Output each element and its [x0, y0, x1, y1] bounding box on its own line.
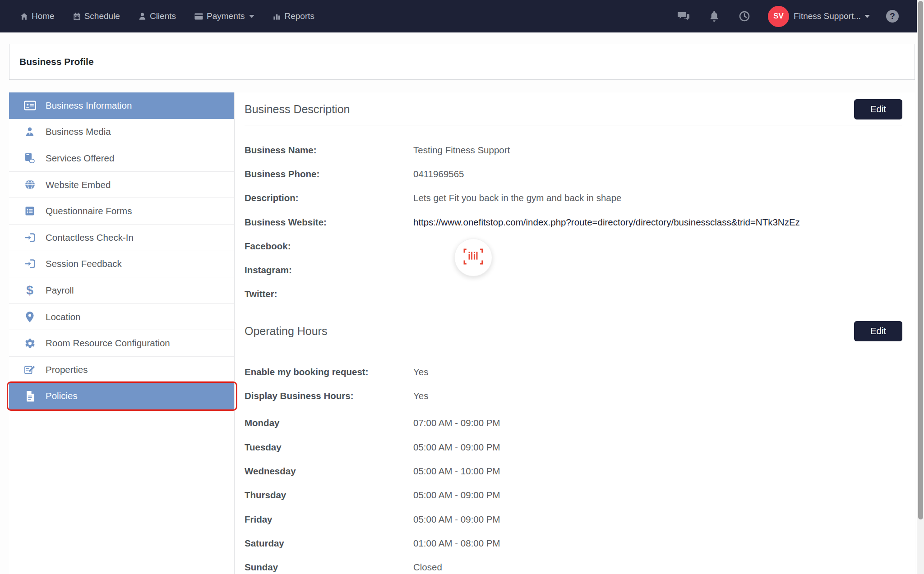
edit-icon [22, 364, 37, 375]
day-hours: 05:00 AM - 10:00 PM [413, 466, 500, 477]
calendar-icon [73, 12, 81, 21]
day-hours: 05:00 AM - 09:00 PM [413, 442, 500, 453]
id-card-icon [22, 100, 37, 111]
sidebar-item-services-offered[interactable]: Services Offered [9, 145, 234, 172]
sidebar-item-location[interactable]: Location [9, 304, 234, 331]
sidebar-item-business-information[interactable]: Business Information [9, 92, 234, 119]
divider [245, 347, 902, 347]
field-row-twitter: Twitter: [245, 282, 902, 306]
sidebar-item-session-feedback[interactable]: Session Feedback [9, 251, 234, 278]
day-label: Thursday [245, 490, 413, 501]
field-row-business-website: Business Website: https://www.onefitstop… [245, 210, 902, 234]
globe-icon [22, 179, 37, 190]
field-value: Yes [413, 390, 428, 401]
field-row-display-hours: Display Business Hours: Yes [245, 384, 902, 408]
sidebar-item-questionnaire-forms[interactable]: Questionnaire Forms [9, 198, 234, 225]
nav-item-home[interactable]: Home [20, 11, 55, 21]
sidebar-item-contactless-check-in[interactable]: Contactless Check-In [9, 225, 234, 251]
nav-item-reports[interactable]: Reports [273, 11, 314, 21]
sign-in-icon [22, 232, 37, 243]
divider [245, 125, 902, 125]
settings-sidebar: Business Information Business Media Serv… [9, 92, 235, 574]
field-label: Description: [245, 193, 413, 203]
day-hours: 07:00 AM - 09:00 PM [413, 418, 500, 428]
day-label: Wednesday [245, 466, 413, 477]
vertical-scrollbar [917, 0, 924, 574]
gear-icon [22, 338, 37, 349]
bell-icon[interactable] [709, 11, 719, 22]
page-body: Business Profile Business Information Bu… [0, 32, 924, 574]
file-icon [22, 390, 37, 402]
chat-icon[interactable] [678, 11, 689, 22]
sidebar-item-label: Services Offered [46, 153, 114, 164]
day-row-monday: Monday 07:00 AM - 09:00 PM [245, 411, 902, 435]
account-name[interactable]: Fitness Support... [794, 11, 861, 21]
sidebar-item-website-embed[interactable]: Website Embed [9, 172, 234, 198]
page-title: Business Profile [19, 56, 94, 67]
field-label: Facebook: [245, 241, 413, 252]
field-row-business-name: Business Name: Testing Fitness Support [245, 138, 902, 162]
field-row-enable-booking: Enable my booking request: Yes [245, 360, 902, 384]
map-marker-icon [22, 311, 37, 323]
nav-item-clients[interactable]: Clients [138, 11, 176, 21]
field-label: Display Business Hours: [245, 390, 413, 401]
chevron-down-icon[interactable] [864, 15, 870, 18]
sidebar-item-label: Properties [46, 364, 88, 375]
scrollbar-thumb[interactable] [918, 1, 923, 519]
dollar-icon: $ [22, 284, 37, 297]
services-icon [22, 152, 37, 164]
user-icon [22, 126, 37, 137]
payments-icon [194, 12, 203, 21]
business-description-header: Business Description Edit [245, 99, 902, 119]
edit-business-description-button[interactable]: Edit [854, 99, 902, 119]
field-label: Instagram: [245, 265, 413, 276]
field-value: Testing Fitness Support [413, 145, 510, 156]
edit-operating-hours-button[interactable]: Edit [854, 321, 902, 341]
screen: Home Schedule Clients Payments [0, 0, 924, 574]
sidebar-item-business-media[interactable]: Business Media [9, 119, 234, 146]
main-menu: Home Schedule Clients Payments [20, 11, 314, 21]
sidebar-item-label: Room Resource Configuration [46, 338, 170, 349]
nav-item-payments[interactable]: Payments [194, 11, 254, 21]
day-hours: 05:00 AM - 09:00 PM [413, 514, 500, 525]
barcode-scan-icon [463, 248, 484, 266]
help-icon[interactable]: ? [886, 10, 899, 23]
sidebar-item-label: Website Embed [46, 179, 111, 190]
page-title-card: Business Profile [9, 44, 915, 80]
day-label: Saturday [245, 538, 413, 549]
chevron-down-icon [249, 15, 254, 18]
field-row-facebook: Facebook: [245, 234, 902, 258]
clock-icon[interactable] [739, 11, 750, 22]
business-website-link[interactable]: https://www.onefitstop.com/index.php?rou… [413, 217, 800, 228]
field-value: 0411969565 [413, 169, 464, 179]
reports-icon [273, 12, 281, 21]
barcode-scan-button[interactable] [454, 239, 492, 276]
day-row-thursday: Thursday 05:00 AM - 09:00 PM [245, 483, 902, 507]
day-hours: 01:00 AM - 08:00 PM [413, 538, 500, 549]
navbar-tools: SV Fitness Support... ? [658, 6, 899, 27]
sidebar-item-properties[interactable]: Properties [9, 357, 234, 383]
sidebar-item-payroll[interactable]: $ Payroll [9, 277, 234, 304]
sidebar-item-policies[interactable]: Policies [9, 383, 234, 410]
content-card: Business Information Business Media Serv… [9, 92, 915, 574]
business-description-fields: Business Name: Testing Fitness Support B… [245, 138, 902, 306]
avatar[interactable]: SV [768, 6, 789, 27]
day-row-saturday: Saturday 01:00 AM - 08:00 PM [245, 531, 902, 555]
home-icon [20, 12, 28, 21]
field-label: Enable my booking request: [245, 367, 413, 377]
sidebar-item-label: Business Media [46, 126, 111, 137]
sidebar-item-label: Questionnaire Forms [46, 206, 132, 216]
nav-item-schedule[interactable]: Schedule [73, 11, 120, 21]
day-row-tuesday: Tuesday 05:00 AM - 09:00 PM [245, 435, 902, 459]
day-row-friday: Friday 05:00 AM - 09:00 PM [245, 507, 902, 531]
operating-hours-header: Operating Hours Edit [245, 321, 902, 341]
day-hours: 05:00 AM - 09:00 PM [413, 490, 500, 501]
sidebar-item-room-resource-configuration[interactable]: Room Resource Configuration [9, 330, 234, 357]
field-label: Business Website: [245, 217, 413, 228]
field-value: Yes [413, 367, 428, 377]
nav-label: Clients [150, 11, 176, 21]
sign-in-icon [22, 258, 37, 269]
field-value: Lets get Fit you back in the gym and bac… [413, 193, 622, 203]
sidebar-item-label: Business Information [46, 100, 132, 111]
nav-label: Payments [207, 11, 245, 21]
